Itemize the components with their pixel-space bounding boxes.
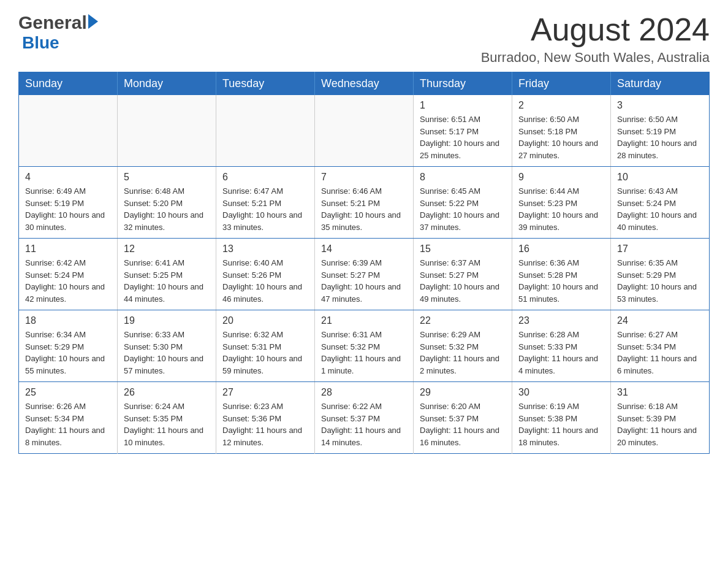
calendar-day: 23Sunrise: 6:28 AM Sunset: 5:33 PM Dayli…: [512, 310, 611, 382]
day-info: Sunrise: 6:37 AM Sunset: 5:27 PM Dayligh…: [420, 257, 506, 305]
day-number: 9: [518, 172, 604, 183]
calendar-day: [315, 95, 414, 167]
calendar-week-5: 25Sunrise: 6:26 AM Sunset: 5:34 PM Dayli…: [19, 382, 710, 454]
logo-general-text: General: [18, 12, 87, 33]
day-number: 22: [420, 315, 506, 326]
logo: General Blue: [18, 12, 98, 53]
day-number: 1: [420, 100, 506, 111]
calendar-table: SundayMondayTuesdayWednesdayThursdayFrid…: [18, 72, 710, 454]
calendar-day: 3Sunrise: 6:50 AM Sunset: 5:19 PM Daylig…: [611, 95, 710, 167]
day-number: 4: [25, 172, 111, 183]
day-number: 24: [617, 315, 703, 326]
calendar-day: 9Sunrise: 6:44 AM Sunset: 5:23 PM Daylig…: [512, 167, 611, 239]
day-number: 25: [25, 387, 111, 398]
calendar-day: 7Sunrise: 6:46 AM Sunset: 5:21 PM Daylig…: [315, 167, 414, 239]
calendar-day: 19Sunrise: 6:33 AM Sunset: 5:30 PM Dayli…: [118, 310, 216, 382]
calendar-day: [216, 95, 315, 167]
day-info: Sunrise: 6:20 AM Sunset: 5:37 PM Dayligh…: [420, 400, 506, 448]
day-info: Sunrise: 6:22 AM Sunset: 5:37 PM Dayligh…: [321, 400, 407, 448]
logo-arrow-icon: [88, 14, 98, 29]
calendar-day: 18Sunrise: 6:34 AM Sunset: 5:29 PM Dayli…: [19, 310, 118, 382]
calendar-header-sunday: Sunday: [19, 72, 118, 96]
day-number: 28: [321, 387, 407, 398]
day-info: Sunrise: 6:47 AM Sunset: 5:21 PM Dayligh…: [222, 185, 308, 233]
calendar-header-monday: Monday: [118, 72, 216, 96]
day-info: Sunrise: 6:48 AM Sunset: 5:20 PM Dayligh…: [124, 185, 210, 233]
calendar-day: [19, 95, 118, 167]
day-info: Sunrise: 6:42 AM Sunset: 5:24 PM Dayligh…: [25, 257, 111, 305]
calendar-day: 21Sunrise: 6:31 AM Sunset: 5:32 PM Dayli…: [315, 310, 414, 382]
day-number: 2: [518, 100, 604, 111]
calendar-week-3: 11Sunrise: 6:42 AM Sunset: 5:24 PM Dayli…: [19, 239, 710, 310]
day-info: Sunrise: 6:41 AM Sunset: 5:25 PM Dayligh…: [124, 257, 210, 305]
day-info: Sunrise: 6:39 AM Sunset: 5:27 PM Dayligh…: [321, 257, 407, 305]
calendar-header-saturday: Saturday: [611, 72, 710, 96]
day-number: 3: [617, 100, 703, 111]
calendar-day: 12Sunrise: 6:41 AM Sunset: 5:25 PM Dayli…: [118, 239, 216, 310]
day-info: Sunrise: 6:35 AM Sunset: 5:29 PM Dayligh…: [617, 257, 703, 305]
calendar-header-wednesday: Wednesday: [315, 72, 414, 96]
day-info: Sunrise: 6:44 AM Sunset: 5:23 PM Dayligh…: [518, 185, 604, 233]
day-number: 23: [518, 315, 604, 326]
calendar-header-tuesday: Tuesday: [216, 72, 315, 96]
calendar-day: 11Sunrise: 6:42 AM Sunset: 5:24 PM Dayli…: [19, 239, 118, 310]
day-info: Sunrise: 6:40 AM Sunset: 5:26 PM Dayligh…: [222, 257, 308, 305]
calendar-day: 31Sunrise: 6:18 AM Sunset: 5:39 PM Dayli…: [611, 382, 710, 454]
day-number: 19: [124, 315, 210, 326]
day-info: Sunrise: 6:34 AM Sunset: 5:29 PM Dayligh…: [25, 329, 111, 377]
day-info: Sunrise: 6:23 AM Sunset: 5:36 PM Dayligh…: [222, 400, 308, 448]
day-number: 16: [518, 243, 604, 255]
calendar-day: 24Sunrise: 6:27 AM Sunset: 5:34 PM Dayli…: [611, 310, 710, 382]
calendar-day: 1Sunrise: 6:51 AM Sunset: 5:17 PM Daylig…: [414, 95, 512, 167]
day-number: 7: [321, 172, 407, 183]
day-number: 27: [222, 387, 308, 398]
calendar-day: 4Sunrise: 6:49 AM Sunset: 5:19 PM Daylig…: [19, 167, 118, 239]
day-number: 18: [25, 315, 111, 326]
day-info: Sunrise: 6:24 AM Sunset: 5:35 PM Dayligh…: [124, 400, 210, 448]
day-number: 29: [420, 387, 506, 398]
logo-blue-text: Blue: [22, 33, 59, 52]
day-info: Sunrise: 6:43 AM Sunset: 5:24 PM Dayligh…: [617, 185, 703, 233]
day-info: Sunrise: 6:45 AM Sunset: 5:22 PM Dayligh…: [420, 185, 506, 233]
main-title: August 2024: [481, 12, 710, 47]
calendar-header-friday: Friday: [512, 72, 611, 96]
calendar-day: 8Sunrise: 6:45 AM Sunset: 5:22 PM Daylig…: [414, 167, 512, 239]
calendar-day: 22Sunrise: 6:29 AM Sunset: 5:32 PM Dayli…: [414, 310, 512, 382]
calendar-day: 17Sunrise: 6:35 AM Sunset: 5:29 PM Dayli…: [611, 239, 710, 310]
day-info: Sunrise: 6:32 AM Sunset: 5:31 PM Dayligh…: [222, 329, 308, 377]
calendar-day: [118, 95, 216, 167]
calendar-day: 13Sunrise: 6:40 AM Sunset: 5:26 PM Dayli…: [216, 239, 315, 310]
day-number: 11: [25, 243, 111, 255]
calendar-day: 28Sunrise: 6:22 AM Sunset: 5:37 PM Dayli…: [315, 382, 414, 454]
day-info: Sunrise: 6:28 AM Sunset: 5:33 PM Dayligh…: [518, 329, 604, 377]
day-number: 13: [222, 243, 308, 255]
calendar-week-2: 4Sunrise: 6:49 AM Sunset: 5:19 PM Daylig…: [19, 167, 710, 239]
calendar-day: 20Sunrise: 6:32 AM Sunset: 5:31 PM Dayli…: [216, 310, 315, 382]
page-header: General Blue August 2024 Burradoo, New S…: [18, 12, 710, 66]
calendar-week-4: 18Sunrise: 6:34 AM Sunset: 5:29 PM Dayli…: [19, 310, 710, 382]
day-number: 21: [321, 315, 407, 326]
calendar-day: 16Sunrise: 6:36 AM Sunset: 5:28 PM Dayli…: [512, 239, 611, 310]
day-info: Sunrise: 6:50 AM Sunset: 5:19 PM Dayligh…: [617, 113, 703, 161]
day-info: Sunrise: 6:31 AM Sunset: 5:32 PM Dayligh…: [321, 329, 407, 377]
calendar-day: 15Sunrise: 6:37 AM Sunset: 5:27 PM Dayli…: [414, 239, 512, 310]
calendar-header-thursday: Thursday: [414, 72, 512, 96]
calendar-day: 30Sunrise: 6:19 AM Sunset: 5:38 PM Dayli…: [512, 382, 611, 454]
day-number: 14: [321, 243, 407, 255]
day-info: Sunrise: 6:29 AM Sunset: 5:32 PM Dayligh…: [420, 329, 506, 377]
calendar-week-1: 1Sunrise: 6:51 AM Sunset: 5:17 PM Daylig…: [19, 95, 710, 167]
day-info: Sunrise: 6:46 AM Sunset: 5:21 PM Dayligh…: [321, 185, 407, 233]
day-info: Sunrise: 6:33 AM Sunset: 5:30 PM Dayligh…: [124, 329, 210, 377]
calendar-day: 25Sunrise: 6:26 AM Sunset: 5:34 PM Dayli…: [19, 382, 118, 454]
calendar-day: 29Sunrise: 6:20 AM Sunset: 5:37 PM Dayli…: [414, 382, 512, 454]
day-number: 10: [617, 172, 703, 183]
day-number: 8: [420, 172, 506, 183]
calendar-day: 27Sunrise: 6:23 AM Sunset: 5:36 PM Dayli…: [216, 382, 315, 454]
day-number: 6: [222, 172, 308, 183]
day-info: Sunrise: 6:36 AM Sunset: 5:28 PM Dayligh…: [518, 257, 604, 305]
day-info: Sunrise: 6:18 AM Sunset: 5:39 PM Dayligh…: [617, 400, 703, 448]
day-number: 5: [124, 172, 210, 183]
day-info: Sunrise: 6:19 AM Sunset: 5:38 PM Dayligh…: [518, 400, 604, 448]
calendar-day: 6Sunrise: 6:47 AM Sunset: 5:21 PM Daylig…: [216, 167, 315, 239]
day-number: 17: [617, 243, 703, 255]
